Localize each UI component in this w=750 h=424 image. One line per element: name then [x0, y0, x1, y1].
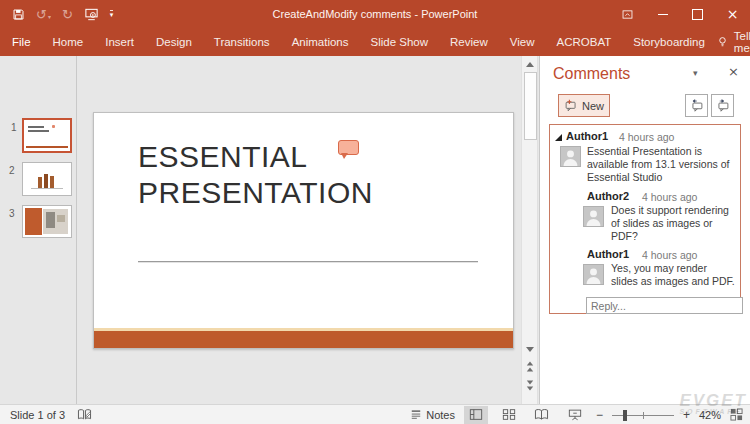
comment-timestamp: 4 hours ago — [642, 191, 697, 203]
start-from-beginning-icon[interactable] — [84, 7, 99, 22]
reading-view-icon — [534, 408, 549, 421]
window-title: CreateAndModify comments - PowerPoint — [120, 0, 630, 28]
slide-sorter-icon — [502, 408, 516, 421]
avatar — [583, 206, 604, 227]
thumb-accent-band — [26, 146, 68, 149]
collapse-thread-icon[interactable] — [555, 134, 562, 141]
new-comment-icon — [564, 99, 578, 112]
redo-icon[interactable]: ↻ — [62, 7, 73, 22]
thumb-bar — [50, 176, 54, 188]
next-slide-icon — [526, 380, 532, 384]
thumb-bar — [44, 174, 48, 188]
powerpoint-window: ↺ ▾ ↻ ▾ CreateAndModify comments - Power… — [0, 0, 750, 424]
avatar — [583, 264, 604, 285]
tell-me-box[interactable]: Tell me — [716, 28, 750, 56]
slide-divider-line — [138, 261, 478, 262]
slide-comment-icon[interactable] — [338, 140, 359, 155]
thumb-bar — [38, 177, 42, 188]
comment-author: Author1 — [587, 248, 629, 260]
tab-transitions[interactable]: Transitions — [203, 28, 281, 56]
pane-options-icon[interactable]: ▾ — [693, 68, 698, 78]
tab-file[interactable]: File — [0, 28, 42, 56]
undo-dropdown-icon[interactable]: ▾ — [48, 12, 51, 22]
minimize-button[interactable] — [645, 0, 680, 28]
save-icon[interactable] — [12, 8, 25, 21]
thumb-title-line — [28, 130, 49, 132]
tell-me-label: Tell me — [734, 30, 750, 54]
comment-thread[interactable]: Author1 4 hours ago Essential Presentati… — [549, 124, 741, 314]
tab-acrobat[interactable]: ACROBAT — [546, 28, 623, 56]
slide-indicator[interactable]: Slide 1 of 3 — [10, 409, 65, 421]
previous-comment-button[interactable] — [685, 94, 708, 117]
lightbulb-icon — [716, 35, 729, 49]
slide-canvas[interactable]: ESSENTIAL PRESENTATION — [93, 112, 514, 349]
close-icon: × — [727, 7, 739, 21]
customize-qat-icon[interactable]: ▾ — [110, 10, 114, 19]
zoom-slider-thumb[interactable] — [623, 410, 627, 421]
tab-slide-show[interactable]: Slide Show — [360, 28, 440, 56]
slide-1-thumbnail[interactable] — [22, 118, 72, 153]
zoom-slider[interactable] — [612, 406, 674, 424]
normal-view-button[interactable] — [464, 406, 488, 424]
comment-text: Does it support rendering of slides as i… — [611, 204, 739, 243]
notes-button[interactable]: Notes — [410, 409, 455, 421]
comment-author: Author2 — [587, 190, 629, 202]
slide-sorter-view-button[interactable] — [497, 406, 521, 424]
title-bar: ↺ ▾ ↻ ▾ CreateAndModify comments - Power… — [0, 0, 750, 28]
new-comment-label: New — [582, 100, 604, 112]
slide-show-view-button[interactable] — [563, 406, 587, 424]
workspace: 1 2 3 — [0, 56, 750, 404]
ribbon-tab-bar: File Home Insert Design Transitions Anim… — [0, 28, 750, 56]
previous-slide-button[interactable] — [522, 359, 537, 373]
proofing-icon[interactable] — [77, 408, 92, 421]
ribbon-display-options-icon[interactable] — [610, 0, 645, 28]
quick-access-toolbar: ↺ ▾ ↻ ▾ — [12, 0, 113, 28]
reply-input[interactable] — [586, 297, 743, 314]
next-slide-button[interactable] — [522, 378, 537, 392]
undo-button[interactable]: ↺ ▾ — [36, 7, 51, 22]
slide-bottom-band — [94, 331, 513, 348]
scroll-up-button[interactable] — [522, 57, 537, 71]
comment-timestamp: 4 hours ago — [619, 131, 674, 143]
previous-slide-icon — [526, 361, 532, 365]
maximize-button[interactable] — [680, 0, 715, 28]
comment-text: Yes, you may render slides as images and… — [611, 262, 743, 288]
tab-home[interactable]: Home — [42, 28, 95, 56]
avatar — [560, 146, 581, 167]
scroll-up-icon — [526, 62, 534, 67]
next-comment-icon — [716, 99, 730, 112]
tab-review[interactable]: Review — [439, 28, 499, 56]
zoom-in-button[interactable]: + — [683, 408, 690, 422]
zoom-out-button[interactable]: − — [596, 408, 603, 422]
fit-slide-button[interactable] — [730, 408, 743, 421]
tab-insert[interactable]: Insert — [94, 28, 145, 56]
comment-author: Author1 — [566, 130, 608, 142]
new-comment-button[interactable]: New — [558, 94, 610, 117]
comments-pane: Comments ▾ × New Author1 4 hours ago Ess — [539, 56, 750, 404]
comment-text: Essential Presentation is available from… — [587, 145, 742, 184]
tab-view[interactable]: View — [499, 28, 546, 56]
tab-design[interactable]: Design — [145, 28, 203, 56]
previous-slide-icon — [526, 367, 532, 371]
slide-3-thumbnail[interactable] — [22, 205, 72, 238]
vertical-scrollbar[interactable] — [521, 56, 538, 404]
zoom-percentage[interactable]: 42% — [699, 409, 721, 421]
previous-comment-icon — [690, 99, 704, 112]
slide-2-thumbnail[interactable] — [22, 162, 72, 196]
thumb-baseline — [31, 188, 63, 189]
tab-animations[interactable]: Animations — [281, 28, 360, 56]
fit-slide-icon — [730, 408, 743, 421]
pane-close-icon[interactable]: × — [728, 64, 739, 79]
reading-view-button[interactable] — [530, 406, 554, 424]
minimize-icon — [658, 14, 668, 15]
tab-storyboarding[interactable]: Storyboarding — [622, 28, 716, 56]
scrollbar-thumb[interactable] — [524, 72, 537, 140]
undo-icon: ↺ — [36, 7, 47, 22]
slide-show-icon — [568, 408, 582, 421]
close-button[interactable]: × — [715, 0, 750, 28]
scroll-down-button[interactable] — [522, 342, 537, 356]
next-comment-button[interactable] — [711, 94, 734, 117]
thumb-sidebar-block — [25, 208, 42, 235]
slide-3-number: 3 — [9, 208, 15, 219]
comment-timestamp: 4 hours ago — [642, 249, 697, 261]
